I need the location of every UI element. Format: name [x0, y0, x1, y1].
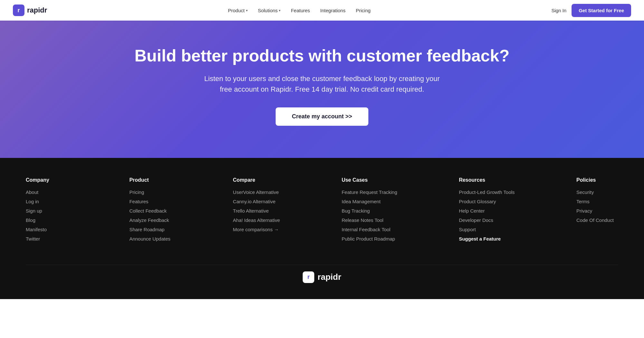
- chevron-down-icon: ▾: [246, 9, 248, 12]
- footer-link-public-roadmap[interactable]: Public Product Roadmap: [342, 236, 397, 242]
- hero-title: Build better products with customer feed…: [13, 46, 631, 66]
- chevron-down-icon: ▾: [279, 9, 280, 12]
- logo[interactable]: r rapidr: [13, 5, 47, 16]
- footer-logo-text: rapidr: [317, 272, 341, 282]
- footer-link-security[interactable]: Security: [576, 189, 618, 195]
- create-account-button[interactable]: Create my account >>: [276, 107, 368, 126]
- footer-link-aha[interactable]: Aha! Ideas Alternative: [233, 217, 280, 223]
- logo-icon: r: [13, 5, 24, 16]
- footer-link-help-center[interactable]: Help Center: [459, 208, 515, 214]
- footer-heading-use-cases: Use Cases: [342, 177, 397, 183]
- footer-heading-policies: Policies: [576, 177, 618, 183]
- footer-link-canny[interactable]: Canny.io Alternative: [233, 199, 280, 204]
- footer-link-bug-tracking[interactable]: Bug Tracking: [342, 208, 397, 214]
- get-started-button[interactable]: Get Started for Free: [572, 4, 631, 17]
- footer-link-share-roadmap[interactable]: Share Roadmap: [129, 227, 171, 232]
- footer-link-trello[interactable]: Trello Alternative: [233, 208, 280, 214]
- footer-col-resources: Resources Product-Led Growth Tools Produ…: [459, 177, 515, 245]
- footer-link-signup[interactable]: Sign up: [26, 208, 68, 214]
- footer-link-features[interactable]: Features: [129, 199, 171, 204]
- hero-subtitle: Listen to your users and close the custo…: [200, 73, 444, 95]
- footer-link-terms[interactable]: Terms: [576, 199, 618, 204]
- footer-link-announce-updates[interactable]: Announce Updates: [129, 236, 171, 242]
- footer-col-policies: Policies Security Terms Privacy Code Of …: [576, 177, 618, 245]
- footer-link-uservoice[interactable]: UserVoice Alternative: [233, 189, 280, 195]
- footer-logo-icon: r: [303, 271, 314, 283]
- footer-link-support[interactable]: Support: [459, 227, 515, 232]
- footer-heading-compare: Compare: [233, 177, 280, 183]
- footer-link-glossary[interactable]: Product Glossary: [459, 199, 515, 204]
- footer-link-feature-request[interactable]: Feature Request Tracking: [342, 189, 397, 195]
- footer-link-twitter[interactable]: Twitter: [26, 236, 68, 242]
- footer-col-product: Product Pricing Features Collect Feedbac…: [129, 177, 171, 245]
- footer-link-idea-management[interactable]: Idea Management: [342, 199, 397, 204]
- signin-button[interactable]: Sign In: [551, 8, 566, 13]
- footer-bottom: r rapidr: [26, 265, 618, 283]
- footer-link-more-comparisons[interactable]: More comparisons →: [233, 227, 280, 232]
- footer-link-developer-docs[interactable]: Developer Docs: [459, 217, 515, 223]
- footer-link-analyze-feedback[interactable]: Analyze Feedback: [129, 217, 171, 223]
- footer-link-internal-feedback[interactable]: Internal Feedback Tool: [342, 227, 397, 232]
- footer-link-blog[interactable]: Blog: [26, 217, 68, 223]
- footer-columns: Company About Log in Sign up Blog Manife…: [26, 177, 618, 245]
- footer-col-compare: Compare UserVoice Alternative Canny.io A…: [233, 177, 280, 245]
- main-nav: Product ▾ Solutions ▾ Features Integrati…: [228, 8, 371, 13]
- footer-heading-company: Company: [26, 177, 68, 183]
- footer-link-pricing[interactable]: Pricing: [129, 189, 171, 195]
- footer-link-privacy[interactable]: Privacy: [576, 208, 618, 214]
- footer-heading-resources: Resources: [459, 177, 515, 183]
- footer-col-company: Company About Log in Sign up Blog Manife…: [26, 177, 68, 245]
- hero-section: Build better products with customer feed…: [0, 21, 644, 158]
- logo-text: rapidr: [27, 6, 47, 14]
- footer-link-login[interactable]: Log in: [26, 199, 68, 204]
- footer-link-suggest-feature[interactable]: Suggest a Feature: [459, 236, 515, 242]
- nav-features[interactable]: Features: [291, 8, 310, 13]
- navbar-actions: Sign In Get Started for Free: [551, 4, 631, 17]
- nav-pricing[interactable]: Pricing: [356, 8, 371, 13]
- nav-product[interactable]: Product ▾: [228, 8, 248, 13]
- footer-link-code-of-conduct[interactable]: Code Of Conduct: [576, 217, 618, 223]
- nav-solutions[interactable]: Solutions ▾: [258, 8, 281, 13]
- footer-link-plg-tools[interactable]: Product-Led Growth Tools: [459, 189, 515, 195]
- footer-link-about[interactable]: About: [26, 189, 68, 195]
- footer-heading-product: Product: [129, 177, 171, 183]
- footer-link-collect-feedback[interactable]: Collect Feedback: [129, 208, 171, 214]
- navbar: r rapidr Product ▾ Solutions ▾ Features …: [0, 0, 644, 21]
- footer-link-release-notes[interactable]: Release Notes Tool: [342, 217, 397, 223]
- footer-link-manifesto[interactable]: Manifesto: [26, 227, 68, 232]
- footer-col-use-cases: Use Cases Feature Request Tracking Idea …: [342, 177, 397, 245]
- nav-integrations[interactable]: Integrations: [320, 8, 346, 13]
- footer: Company About Log in Sign up Blog Manife…: [0, 158, 644, 299]
